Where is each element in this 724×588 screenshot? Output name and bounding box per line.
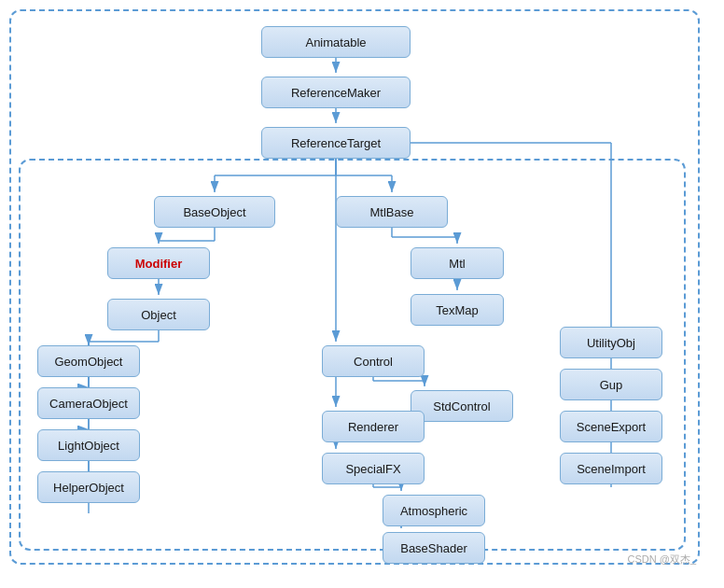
node-geomobject: GeomObject xyxy=(37,345,140,377)
node-mtlbase: MtlBase xyxy=(336,196,448,228)
node-sceneimport: SceneImport xyxy=(560,453,662,484)
node-baseobject: BaseObject xyxy=(154,196,275,228)
node-utilityobj: UtilityObj xyxy=(560,327,662,358)
node-modifier: Modifier xyxy=(107,247,210,279)
node-helperobject: HelperObject xyxy=(37,471,140,503)
node-referencemaker: ReferenceMaker xyxy=(261,77,411,108)
watermark: CSDN @双杰_ xyxy=(627,553,696,567)
node-renderer: Renderer xyxy=(322,411,425,442)
node-control: Control xyxy=(322,345,425,377)
node-mtl: Mtl xyxy=(411,247,504,279)
node-gup: Gup xyxy=(560,369,662,400)
node-atmospheric: Atmospheric xyxy=(383,495,485,526)
node-cameraobject: CameraObject xyxy=(37,387,140,419)
node-stdcontrol: StdControl xyxy=(411,390,513,422)
node-animatable: Animatable xyxy=(261,26,411,58)
node-object: Object xyxy=(107,299,210,330)
node-texmap: TexMap xyxy=(411,294,504,326)
node-lightobject: LightObject xyxy=(37,429,140,461)
diagram-container: Animatable ReferenceMaker ReferenceTarge… xyxy=(9,9,709,574)
node-specialfx: SpecialFX xyxy=(322,453,425,484)
node-baseshader: BaseShader xyxy=(383,532,485,564)
node-sceneexport: SceneExport xyxy=(560,411,662,442)
node-referencetarget: ReferenceTarget xyxy=(261,127,411,159)
